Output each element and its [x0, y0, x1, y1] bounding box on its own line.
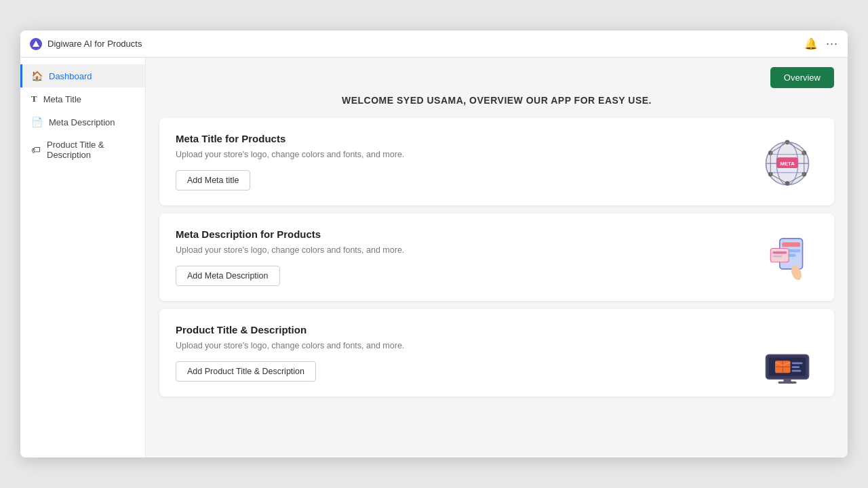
app-window: Digiware AI for Products 🔔 ··· 🏠 Dashboa… [20, 30, 848, 458]
sidebar-item-meta-description[interactable]: 📄 Meta Description [20, 110, 145, 134]
document-icon: 📄 [31, 117, 43, 127]
svg-text:META: META [780, 160, 795, 166]
meta-desc-card: Meta Description for Products Upload you… [159, 214, 834, 301]
sidebar-label-dashboard: Dashboard [49, 71, 92, 81]
sidebar-label-meta-title: Meta Title [43, 94, 81, 104]
titlebar: Digiware AI for Products 🔔 ··· [20, 30, 848, 58]
meta-desc-illustration [757, 230, 818, 285]
home-icon: 🏠 [31, 70, 43, 81]
svg-rect-26 [773, 255, 783, 257]
add-meta-desc-button[interactable]: Add Meta Description [176, 266, 280, 286]
sidebar-label-product-title-desc: Product Title & Description [47, 140, 134, 160]
svg-rect-21 [782, 242, 800, 247]
product-title-card: Product Title & Description Upload your … [159, 309, 834, 396]
tag-icon: 🏷 [31, 144, 41, 155]
text-icon: T [31, 94, 37, 104]
svg-marker-0 [33, 41, 39, 47]
sidebar-item-dashboard[interactable]: 🏠 Dashboard [20, 64, 145, 87]
main-layout: 🏠 Dashboard T Meta Title 📄 Meta Descript… [20, 58, 848, 458]
app-title: Digiware AI for Products [47, 39, 142, 49]
meta-title-card-desc: Upload your store's logo, change colors … [176, 150, 743, 159]
meta-desc-card-desc: Upload your store's logo, change colors … [176, 245, 743, 255]
product-title-card-title: Product Title & Description [176, 324, 743, 336]
product-title-card-desc: Upload your store's logo, change colors … [176, 341, 743, 350]
sidebar-item-product-title-desc[interactable]: 🏷 Product Title & Description [20, 134, 145, 166]
meta-desc-card-title: Meta Description for Products [176, 228, 743, 240]
overview-button[interactable]: Overview [770, 67, 834, 88]
content-area: Overview WELCOME SYED USAMA, OVERVIEW OU… [146, 58, 848, 458]
sidebar: 🏠 Dashboard T Meta Title 📄 Meta Descript… [20, 58, 146, 458]
add-meta-title-button[interactable]: Add Meta title [176, 170, 250, 190]
svg-rect-39 [792, 366, 800, 368]
app-logo-icon [30, 38, 42, 50]
meta-title-card: Meta Title for Products Upload your stor… [159, 118, 834, 205]
sidebar-label-meta-description: Meta Description [49, 117, 115, 127]
svg-rect-25 [773, 251, 787, 253]
sidebar-item-meta-title[interactable]: T Meta Title [20, 87, 145, 110]
meta-title-card-content: Meta Title for Products Upload your stor… [176, 133, 743, 190]
welcome-message: WELCOME SYED USAMA, OVERVIEW OUR APP FOR… [146, 95, 848, 106]
svg-rect-32 [778, 381, 797, 383]
meta-title-illustration: META [757, 135, 818, 189]
product-title-illustration [757, 326, 818, 380]
svg-point-19 [785, 181, 790, 186]
svg-rect-40 [792, 369, 802, 371]
svg-rect-38 [792, 362, 803, 364]
titlebar-left: Digiware AI for Products [30, 38, 142, 50]
meta-desc-card-content: Meta Description for Products Upload you… [176, 228, 743, 286]
meta-title-card-title: Meta Title for Products [176, 133, 743, 144]
content-header: Overview [146, 58, 848, 95]
bell-icon[interactable]: 🔔 [804, 37, 818, 50]
more-options-icon[interactable]: ··· [826, 37, 838, 51]
cards-container: Meta Title for Products Upload your stor… [146, 118, 848, 410]
add-product-title-button[interactable]: Add Product Title & Description [176, 361, 316, 382]
product-title-card-content: Product Title & Description Upload your … [176, 324, 743, 382]
titlebar-right: 🔔 ··· [804, 37, 838, 51]
